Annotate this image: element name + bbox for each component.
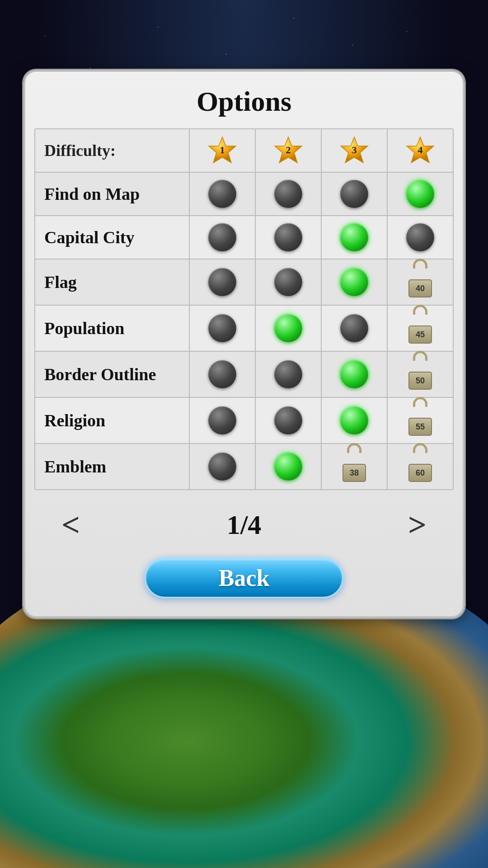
lock-shackle-pop	[413, 305, 427, 315]
cell-emb-3: 38	[321, 444, 387, 489]
cell-rel-1[interactable]	[189, 398, 255, 443]
led-pop-2	[274, 314, 302, 342]
led-find-4	[406, 180, 434, 208]
star-1: 1	[206, 135, 238, 166]
difficulty-header-row: Difficulty:	[35, 129, 453, 173]
row-population: Population 45	[35, 306, 453, 352]
row-religion: Religion 55	[35, 398, 453, 444]
led-emb-1	[208, 453, 236, 481]
cells-border-outline: 50	[189, 352, 453, 397]
cells-flag: 40	[189, 259, 453, 305]
cell-flag-4: 40	[387, 259, 453, 305]
star-number-1: 1	[220, 144, 225, 156]
back-button-container: Back	[25, 553, 463, 598]
cell-find-3[interactable]	[321, 173, 387, 215]
led-find-1	[208, 180, 236, 208]
cell-find-4[interactable]	[387, 173, 453, 215]
cells-population: 45	[189, 306, 453, 351]
row-flag: Flag 40	[35, 259, 453, 306]
led-cap-2	[274, 223, 302, 251]
led-find-3	[340, 180, 368, 208]
cells-find-on-map	[189, 173, 453, 215]
cell-flag-2[interactable]	[255, 259, 321, 305]
cells-emblem: 38 60	[189, 444, 453, 489]
lock-number-pop: 45	[416, 330, 425, 340]
page-indicator: 1/4	[227, 509, 262, 541]
cell-find-2[interactable]	[255, 173, 321, 215]
row-label-emblem: Emblem	[35, 448, 189, 486]
cell-cap-1[interactable]	[189, 216, 255, 259]
next-button[interactable]: >	[408, 506, 427, 544]
led-cap-1	[208, 223, 236, 251]
led-flag-2	[274, 268, 302, 296]
led-cap-4	[406, 223, 434, 251]
difficulty-label: Difficulty:	[35, 134, 189, 167]
cell-pop-1[interactable]	[189, 306, 255, 351]
lock-body-rel: 55	[408, 418, 432, 436]
star-number-2: 2	[286, 144, 291, 156]
lock-shackle-emb4	[413, 443, 427, 453]
led-rel-3	[340, 406, 368, 434]
cell-pop-3[interactable]	[321, 306, 387, 351]
cells-religion: 55	[189, 398, 453, 443]
cell-rel-3[interactable]	[321, 398, 387, 443]
lock-body-emb3: 38	[343, 464, 366, 482]
prev-button[interactable]: <	[61, 506, 80, 544]
led-pop-3	[340, 314, 368, 342]
led-cap-3	[340, 223, 368, 251]
star-cell-4[interactable]: 4	[387, 129, 453, 172]
lock-number-emb3: 38	[350, 468, 359, 478]
options-table: Difficulty:	[34, 128, 454, 490]
cell-emb-2[interactable]	[255, 444, 321, 489]
row-label-border-outline: Border Outline	[35, 355, 189, 393]
row-border-outline: Border Outline 50	[35, 352, 453, 398]
row-label-population: Population	[35, 309, 189, 347]
led-flag-3	[340, 268, 368, 296]
star-cell-2[interactable]: 2	[255, 129, 321, 172]
row-emblem: Emblem 38 60	[35, 444, 453, 489]
stars-row: 1	[189, 129, 453, 172]
star-cell-3[interactable]: 3	[321, 129, 387, 172]
lock-shackle-border	[413, 351, 427, 361]
lock-number-emb4: 60	[416, 468, 425, 478]
cell-border-2[interactable]	[255, 352, 321, 397]
star-4: 4	[404, 135, 436, 166]
lock-emb-4: 60	[405, 451, 436, 482]
navigation-row: < 1/4 >	[25, 490, 463, 553]
lock-body-emb4: 60	[408, 464, 432, 482]
lock-body-pop: 45	[408, 326, 432, 344]
led-rel-1	[208, 406, 236, 434]
led-emb-2	[274, 453, 302, 481]
star-number-4: 4	[418, 144, 423, 156]
cells-capital-city	[189, 216, 453, 259]
led-border-1	[208, 360, 236, 388]
cell-find-1[interactable]	[189, 173, 255, 215]
star-2: 2	[272, 135, 304, 166]
lock-number-flag: 40	[416, 284, 425, 293]
row-label-find-on-map: Find on Map	[35, 175, 189, 213]
cell-rel-2[interactable]	[255, 398, 321, 443]
cell-flag-3[interactable]	[321, 259, 387, 305]
cell-border-1[interactable]	[189, 352, 255, 397]
lock-body-border: 50	[408, 372, 432, 390]
dialog-title: Options	[25, 72, 463, 128]
lock-pop-4: 45	[405, 313, 436, 344]
led-rel-2	[274, 406, 302, 434]
cell-cap-2[interactable]	[255, 216, 321, 259]
lock-flag-4: 40	[405, 267, 436, 297]
cell-emb-1[interactable]	[189, 444, 255, 489]
back-button-label: Back	[219, 565, 270, 591]
lock-shackle-flag	[413, 259, 427, 269]
led-border-2	[274, 360, 302, 388]
cell-cap-4[interactable]	[387, 216, 453, 259]
cell-border-3[interactable]	[321, 352, 387, 397]
cell-pop-2[interactable]	[255, 306, 321, 351]
star-cell-1[interactable]: 1	[189, 129, 255, 172]
back-button[interactable]: Back	[145, 557, 343, 598]
cell-pop-4: 45	[387, 306, 453, 351]
lock-border-4: 50	[405, 359, 436, 390]
lock-emb-3: 38	[339, 451, 370, 482]
cell-flag-1[interactable]	[189, 259, 255, 305]
cell-emb-4: 60	[387, 444, 453, 489]
cell-cap-3[interactable]	[321, 216, 387, 259]
